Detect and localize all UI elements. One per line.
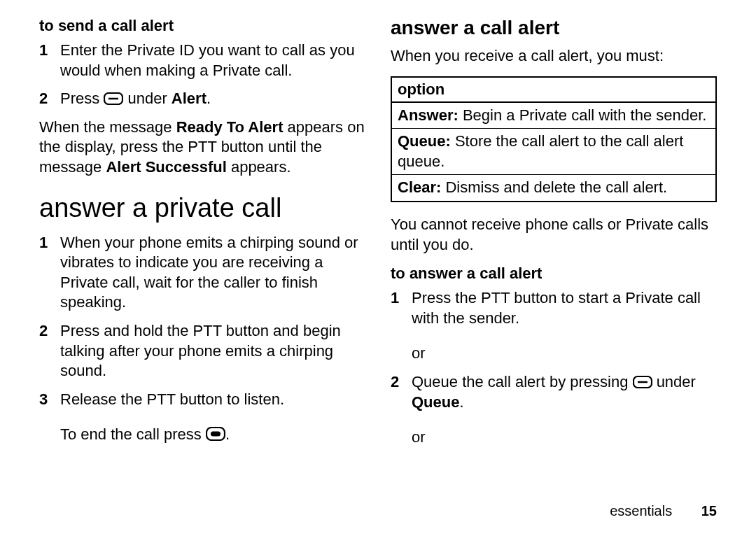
option-cell: Answer: Begin a Private call with the se… <box>391 102 716 129</box>
end-key-icon <box>206 427 225 441</box>
list-item: 2 Press and hold the PTT button and begi… <box>39 321 365 381</box>
left-column: to send a call alert 1 Enter the Private… <box>39 17 365 456</box>
step-text: Release the PTT button to listen. <box>60 390 365 410</box>
send-alert-steps: 1 Enter the Private ID you want to call … <box>39 41 365 109</box>
heading-answer-private-call: answer a private call <box>39 193 365 223</box>
text-fragment: Queue the call alert by pressing <box>412 373 633 390</box>
softkey-icon <box>633 376 652 388</box>
table-row: Clear: Dismiss and delete the call alert… <box>391 175 716 202</box>
list-item: 1 Enter the Private ID you want to call … <box>39 41 365 80</box>
option-label: Queue: <box>398 132 451 150</box>
text-fragment: . <box>206 90 211 107</box>
text-fragment: When the message <box>39 118 176 136</box>
list-item: 2 Queue the call alert by pressing under… <box>391 372 717 412</box>
text-fragment: To end the call press <box>60 425 206 443</box>
right-column: answer a call alert When you receive a c… <box>391 17 717 456</box>
page-number: 15 <box>701 503 717 519</box>
option-header: option <box>391 77 716 102</box>
subhead-send-call-alert: to send a call alert <box>39 17 365 35</box>
text-fragment: appears. <box>227 158 291 176</box>
step-text: Queue the call alert by pressing under Q… <box>412 372 717 412</box>
step-number: 2 <box>391 372 412 393</box>
columns: to send a call alert 1 Enter the Private… <box>39 17 717 456</box>
step-text: Press under Alert. <box>60 89 365 109</box>
table-header-row: option <box>391 77 716 102</box>
bold-label: Queue <box>412 393 459 411</box>
step-text: When your phone emits a chirping sound o… <box>60 233 365 313</box>
bold-label: Alert Successful <box>106 158 226 176</box>
table-row: Answer: Begin a Private call with the se… <box>391 102 716 129</box>
answer-private-steps: 1 When your phone emits a chirping sound… <box>39 233 365 410</box>
option-text: Dismiss and delete the call alert. <box>441 178 667 196</box>
list-item: 2 Press under Alert. <box>39 89 365 109</box>
end-call-line: To end the call press . <box>60 425 365 445</box>
answer-alert-steps-2: 2 Queue the call alert by pressing under… <box>391 372 717 412</box>
section-label: essentials <box>610 503 672 519</box>
step-number: 1 <box>391 288 412 309</box>
text-fragment: under <box>123 90 172 107</box>
text-fragment: . <box>459 393 463 411</box>
list-item: 3 Release the PTT button to listen. <box>39 390 365 410</box>
step-number: 3 <box>39 390 60 410</box>
bold-label: Ready To Alert <box>176 118 284 136</box>
heading-answer-call-alert: answer a call alert <box>391 17 717 39</box>
step-number: 2 <box>39 321 60 341</box>
step-number: 1 <box>39 233 60 253</box>
after-table-paragraph: You cannot receive phone calls or Privat… <box>391 215 717 255</box>
step-number: 2 <box>39 89 60 109</box>
svg-rect-3 <box>211 432 220 437</box>
intro-paragraph: When you receive a call alert, you must: <box>391 46 717 66</box>
page-footer: essentials 15 <box>610 503 717 519</box>
paragraph: When the message Ready To Alert appears … <box>39 118 365 178</box>
step-text: Press the PTT button to start a Private … <box>412 288 717 328</box>
subhead-answer-call-alert: to answer a call alert <box>391 265 717 283</box>
option-cell: Queue: Store the call alert to the call … <box>391 129 716 175</box>
option-cell: Clear: Dismiss and delete the call alert… <box>391 175 716 202</box>
table-row: Queue: Store the call alert to the call … <box>391 129 716 175</box>
step-number: 1 <box>39 41 60 61</box>
document-page: to send a call alert 1 Enter the Private… <box>0 0 756 536</box>
step-text: Press and hold the PTT button and begin … <box>60 321 365 381</box>
option-table: option Answer: Begin a Private call with… <box>391 76 717 202</box>
option-label: Clear: <box>398 178 441 196</box>
answer-alert-steps: 1 Press the PTT button to start a Privat… <box>391 288 717 328</box>
text-fragment: . <box>225 425 230 443</box>
text-fragment: Press <box>60 90 104 107</box>
softkey-icon <box>104 92 123 105</box>
list-item: 1 Press the PTT button to start a Privat… <box>391 288 717 328</box>
bold-label: Alert <box>172 90 206 107</box>
text-fragment: under <box>652 373 696 390</box>
or-line: or <box>412 344 717 364</box>
list-item: 1 When your phone emits a chirping sound… <box>39 233 365 313</box>
or-line: or <box>412 428 717 448</box>
step-text: Enter the Private ID you want to call as… <box>60 41 365 80</box>
option-label: Answer: <box>398 106 458 124</box>
option-text: Begin a Private call with the sender. <box>458 106 707 124</box>
